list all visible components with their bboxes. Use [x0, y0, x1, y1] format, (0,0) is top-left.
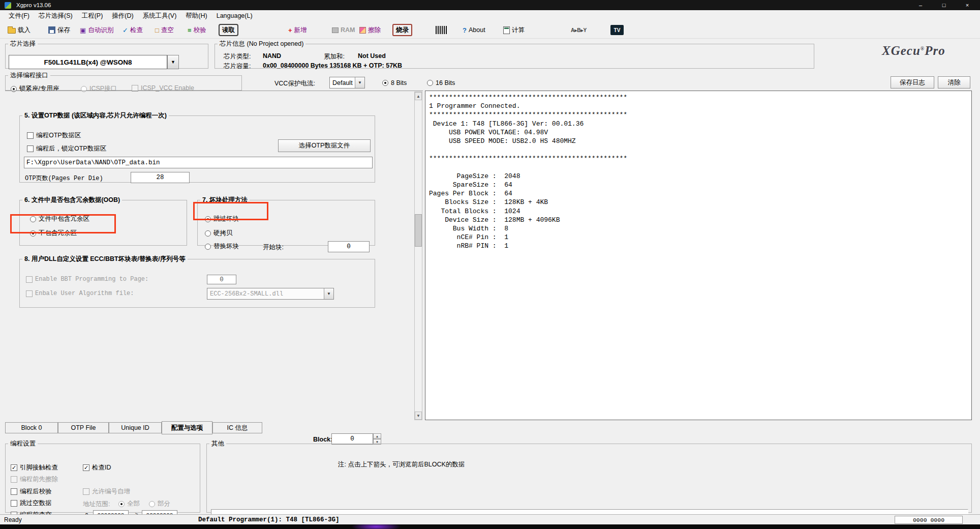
replace-badblock-radio[interactable]: 替换坏块: [205, 242, 239, 251]
user-algorithm-checkbox[interactable]: ✓ Enbale User Algorithm file:: [26, 290, 134, 297]
scroll-down-icon: ▼: [416, 414, 420, 418]
bits8-label: 8 Bits: [391, 79, 407, 86]
auto-detect-button[interactable]: ▣ 自动识别: [77, 23, 116, 37]
capacity-label: 芯片容量:: [224, 62, 251, 71]
tab-otp-file[interactable]: OTP File: [58, 422, 109, 433]
erase-before-checkbox[interactable]: ✓ 编程前先擦除: [11, 475, 58, 484]
about-button[interactable]: ? About: [460, 23, 488, 37]
otp-group-title: 5. 设置OTP数据 (该区域内容,芯片只允许编程一次): [22, 111, 169, 120]
save-log-button[interactable]: 保存日志: [891, 76, 934, 89]
verify-button[interactable]: ≡ 校验: [185, 23, 209, 37]
menu-file[interactable]: 文件(F): [4, 11, 34, 21]
menu-project[interactable]: 工程(P): [77, 11, 108, 21]
save-label: 保存: [57, 26, 70, 35]
chip-select-combobox[interactable]: F50L1G41LB(x4) @WSON8: [9, 55, 167, 69]
algorithm-file-dropdown[interactable]: ECC-256Bx2-SMALL.dll ▼: [207, 288, 334, 300]
ab-compare-icon: A▸B▸Y: [571, 27, 587, 33]
tab-unique-id[interactable]: Unique ID: [109, 422, 162, 433]
tv-button[interactable]: TV: [608, 23, 626, 37]
vcc-protect-label: VCC保护电流:: [274, 79, 315, 88]
log-text: ****************************************…: [425, 91, 971, 253]
scroll-up-icon: ▲: [416, 94, 420, 99]
status-counter: 0000 0000: [895, 516, 963, 524]
floppy-icon: [48, 26, 55, 34]
close-button[interactable]: ×: [956, 0, 979, 10]
checkbox-box: ✓: [11, 488, 17, 495]
program-otp-checkbox[interactable]: ✓ 编程OTP数据区: [27, 131, 81, 140]
chip-select-dropdown-button[interactable]: ▼: [167, 55, 179, 69]
read-button[interactable]: 读取: [219, 24, 238, 36]
hardcopy-label: 硬拷贝: [213, 229, 233, 238]
chevron-down-icon: ▼: [171, 60, 175, 65]
menu-help[interactable]: 帮助(H): [181, 11, 211, 21]
otp-file-path-input[interactable]: [24, 157, 373, 168]
check-id-checkbox[interactable]: ✓ 检查ID: [83, 463, 111, 472]
menubar: 文件(F) 芯片选择(S) 工程(P) 操作(D) 系统工具(V) 帮助(H) …: [0, 10, 980, 21]
select-otp-file-button[interactable]: 选择OTP数据文件: [278, 139, 371, 152]
tv-icon: TV: [610, 25, 624, 35]
ram-icon: [332, 27, 339, 33]
tab-ic-info[interactable]: IC 信息: [212, 422, 262, 433]
algorithm-file-value: ECC-256Bx2-SMALL.dll: [207, 288, 324, 299]
maximize-button[interactable]: □: [932, 0, 956, 10]
skip-blank-label: 跳过空数据: [20, 499, 52, 508]
start-block-input[interactable]: [328, 241, 370, 252]
range-partial-radio[interactable]: 部分: [149, 499, 170, 508]
replace-badblock-label: 替换坏块: [213, 242, 239, 251]
about-label: About: [469, 26, 485, 34]
ab-compare-button[interactable]: A▸B▸Y: [568, 23, 589, 37]
erase-button[interactable]: 擦除: [357, 23, 383, 37]
menu-system-tools[interactable]: 系统工具(V): [138, 11, 181, 21]
checkbox-box: ✓: [83, 488, 89, 495]
add-button[interactable]: + 新增: [286, 23, 310, 37]
auto-serial-checkbox[interactable]: ✓ 允许编号自增: [83, 487, 130, 496]
range-all-radio[interactable]: 全部: [118, 499, 140, 508]
calculator-button[interactable]: 计算: [501, 23, 527, 37]
bits16-radio[interactable]: 16 Bits: [427, 79, 455, 86]
block-spin-up-button[interactable]: ▲: [373, 433, 381, 439]
otp-pages-input[interactable]: [131, 172, 190, 183]
load-button[interactable]: 载入: [5, 23, 33, 37]
log-panel: ****************************************…: [425, 91, 972, 420]
save-button[interactable]: 保存: [46, 23, 73, 37]
minimize-button[interactable]: –: [909, 0, 932, 10]
clear-log-button[interactable]: 清除: [938, 76, 970, 89]
scroll-up-button[interactable]: ▲: [415, 92, 422, 100]
blank-check-button[interactable]: □ 查空: [152, 23, 176, 37]
calc-label: 计算: [512, 26, 525, 35]
menu-chip-select[interactable]: 芯片选择(S): [34, 11, 77, 21]
bits8-radio[interactable]: 8 Bits: [382, 79, 407, 86]
menu-language[interactable]: Language(L): [212, 11, 257, 20]
tab-block0[interactable]: Block 0: [5, 422, 58, 433]
settings-panel: 5. 设置OTP数据 (该区域内容,芯片只允许编程一次) ✓ 编程OTP数据区 …: [5, 91, 423, 420]
block-browse-note: 注: 点击上下箭头，可浏览前后BLOCK的数据: [338, 460, 465, 469]
verify-after-checkbox[interactable]: ✓ 编程后校验: [11, 487, 52, 496]
bbt-page-input[interactable]: [207, 275, 236, 284]
menu-operation[interactable]: 操作(D): [107, 11, 138, 21]
vcc-current-dropdown[interactable]: Default ▼: [329, 77, 365, 89]
program-button[interactable]: 烧录: [392, 24, 412, 36]
ram-button[interactable]: RAM: [329, 23, 357, 37]
checkbox-box: ✓: [26, 276, 33, 283]
check-button[interactable]: ✓ 检查: [120, 23, 145, 37]
user-dll-group-title: 8. 用户DLL自定义设置 ECC/BBT坏块表/替换表/序列号等: [22, 255, 188, 263]
interface-group-title: 选择编程接口: [8, 71, 50, 80]
bbt-programming-checkbox[interactable]: ✓ Enable BBT Programming to Page:: [26, 276, 148, 283]
tab-config-options[interactable]: 配置与选项: [162, 421, 212, 434]
checkbox-box: ✓: [27, 145, 34, 152]
lock-otp-checkbox[interactable]: ✓ 编程后，锁定OTP数据区: [27, 144, 106, 153]
range-all-label: 全部: [127, 499, 140, 508]
scrollbar-thumb[interactable]: [415, 214, 422, 247]
check-label: 检查: [130, 26, 143, 35]
blank-check-label: 查空: [161, 26, 174, 35]
radio-circle: [205, 244, 211, 250]
brand-pro: Pro: [925, 44, 945, 57]
add-label: 新增: [294, 26, 307, 35]
scroll-down-button[interactable]: ▼: [415, 412, 422, 420]
status-programmer: Default Programmer(1): T48 [TL866-3G]: [198, 516, 340, 523]
skip-blank-checkbox[interactable]: ✓ 跳过空数据: [11, 499, 52, 508]
blank-check-icon: □: [155, 27, 159, 34]
barcode-button[interactable]: [433, 23, 449, 37]
pin-check-checkbox[interactable]: ✓ 引脚接触检查: [11, 463, 58, 472]
hardcopy-radio[interactable]: 硬拷贝: [205, 229, 233, 238]
